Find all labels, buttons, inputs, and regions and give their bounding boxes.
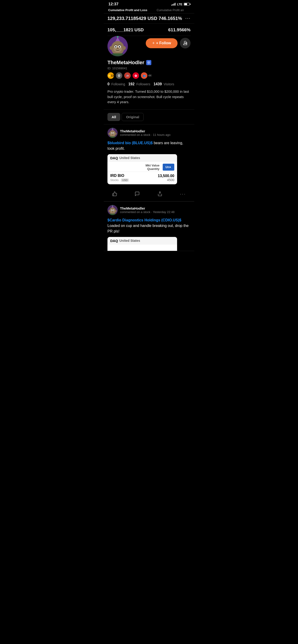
avatar	[107, 36, 128, 56]
post-2-stock-card-header: DAQ United States	[107, 237, 177, 244]
svg-point-9	[117, 48, 119, 49]
play-icon	[169, 166, 171, 168]
svg-point-21	[111, 133, 112, 134]
svg-rect-40	[110, 214, 115, 215]
visitors-count[interactable]: 1439 Visitors	[153, 82, 174, 86]
follow-label: + Follow	[156, 41, 171, 45]
svg-point-36	[113, 210, 114, 211]
comment-icon	[135, 191, 140, 196]
lte-label: LTE	[177, 2, 182, 6]
profile-section: 105,___1821 USD 611.9566%	[104, 24, 194, 110]
stats-value-left-2: 105,___1821 USD	[107, 27, 144, 32]
like-icon	[112, 191, 117, 196]
stock-card-header: DAQ United States	[107, 154, 177, 162]
tab-header-left[interactable]: Cumulative Profit and Loss	[107, 8, 149, 12]
unrealized-btn[interactable]: Un	[163, 164, 174, 170]
svg-point-7	[115, 46, 117, 48]
svg-point-38	[109, 210, 110, 212]
stock-quantity: 4500	[158, 178, 174, 182]
exchange-label: DAQ	[110, 156, 118, 160]
post-2-header: TheMetaHodler commented on a stock · Yes…	[107, 205, 191, 215]
shield-check-icon	[147, 61, 150, 64]
post-2-username[interactable]: TheMetaHodler	[120, 206, 191, 210]
post-2-stock-card[interactable]: DAQ United States	[107, 237, 177, 251]
stats-row-1: 129,233.71185429 USD 746.1651% ···	[104, 14, 194, 24]
profile-top: + + Follow	[107, 36, 191, 56]
svg-point-16	[112, 128, 113, 128]
svg-point-23	[112, 134, 113, 134]
post-1-header: TheMetaHodler commented on a stock · 11 …	[107, 128, 191, 138]
svg-point-37	[112, 211, 113, 212]
post-1-stock-card[interactable]: DAQ United States Mkt Value Quantity Un …	[107, 154, 177, 184]
post-1: TheMetaHodler commented on a stock · 11 …	[104, 124, 194, 202]
comment-button[interactable]	[132, 190, 142, 198]
post-2-ticker[interactable]: $Cardio Diagnostics Holdings (CDIO.US)$	[107, 218, 181, 222]
status-bar: 12:37 LTE	[104, 0, 194, 8]
post-1-sub: commented on a stock · 11 hours ago	[120, 133, 191, 136]
badge-group-count: 44	[148, 74, 151, 77]
svg-point-2	[117, 36, 118, 38]
share-icon	[157, 191, 162, 196]
country-label: United States	[119, 156, 140, 160]
svg-point-30	[112, 205, 113, 206]
unrealized-label: Un	[165, 166, 169, 169]
post-1-time: 11 hours ago	[153, 133, 171, 136]
stock-card-columns: Mkt Value Quantity Un	[107, 162, 177, 172]
mkt-value-col: Mkt Value	[146, 164, 159, 167]
more-options-button[interactable]: ···	[185, 16, 191, 21]
svg-point-24	[109, 133, 110, 135]
badge-flag: 🇺🇸	[124, 72, 131, 79]
post-2: TheMetaHodler commented on a stock · Yes…	[104, 202, 194, 251]
quantity-col: Quantity	[146, 167, 159, 170]
stock-col-headers: Mkt Value Quantity	[146, 164, 159, 170]
badge-group: 👥	[141, 72, 147, 79]
add-friend-button[interactable]	[180, 38, 191, 48]
avatar-illustration	[107, 36, 128, 56]
stock-name-col: IRD BIO Stocks USD	[110, 174, 158, 182]
post-1-meta: TheMetaHodler commented on a stock · 11 …	[120, 129, 191, 136]
svg-rect-26	[110, 136, 115, 138]
svg-point-8	[119, 46, 120, 48]
svg-point-35	[111, 210, 112, 211]
svg-point-39	[115, 210, 117, 212]
post-1-action: commented on a stock	[120, 133, 150, 136]
status-time: 12:37	[108, 2, 118, 6]
tab-headers: Cumulative Profit and Loss Cumulative Pr…	[104, 8, 194, 14]
battery-icon	[184, 3, 190, 6]
following-count[interactable]: 0 Following	[107, 82, 125, 86]
like-button[interactable]	[110, 190, 120, 198]
post-2-avatar[interactable]	[107, 205, 118, 215]
post-1-actions: ···	[107, 188, 191, 201]
post-2-action: commented on a stock	[120, 210, 150, 214]
post-2-exchange-label: DAQ	[110, 239, 118, 243]
stock-values: 13,500.00 4500	[158, 174, 174, 182]
badge-shield	[116, 72, 122, 79]
tab-original[interactable]: Original	[122, 113, 144, 121]
follow-button[interactable]: + + Follow	[146, 38, 178, 48]
stock-type-row: Stocks USD	[110, 178, 158, 182]
follow-plus-icon: +	[152, 41, 155, 46]
percentage-value: 746.1651%	[159, 16, 182, 21]
tab-all[interactable]: All	[107, 113, 120, 121]
svg-point-22	[113, 133, 114, 134]
bio: Pro crypto trader. Turned $10,000 to $20…	[107, 89, 191, 105]
post-more-button[interactable]: ···	[178, 190, 188, 198]
shield-icon	[117, 74, 121, 78]
followers-label: Followers	[136, 82, 150, 86]
post-1-avatar[interactable]	[107, 128, 118, 138]
badge-flower: 🌸	[133, 72, 139, 79]
svg-rect-12	[112, 53, 123, 56]
username: TheMetaHodler	[107, 60, 144, 66]
svg-point-25	[115, 133, 117, 135]
status-icons: LTE	[171, 2, 190, 6]
post-1-username[interactable]: TheMetaHodler	[120, 129, 191, 133]
tab-header-right[interactable]: Cumulative Profit an	[149, 8, 191, 12]
post-2-text: $Cardio Diagnostics Holdings (CDIO.US)$ …	[107, 218, 191, 234]
share-button[interactable]	[155, 190, 165, 198]
followers-count[interactable]: 192 Followers	[128, 82, 150, 86]
svg-point-10	[110, 46, 113, 50]
post-1-ticker[interactable]: $bluebird bio (BLUE.US)$	[107, 141, 153, 145]
social-stats: 0 Following 192 Followers 1439 Visitors	[107, 82, 191, 86]
stats-row-2: 105,___1821 USD 611.9566%	[107, 27, 191, 36]
stock-row: IRD BIO Stocks USD 13,500.00 4500	[107, 172, 177, 184]
